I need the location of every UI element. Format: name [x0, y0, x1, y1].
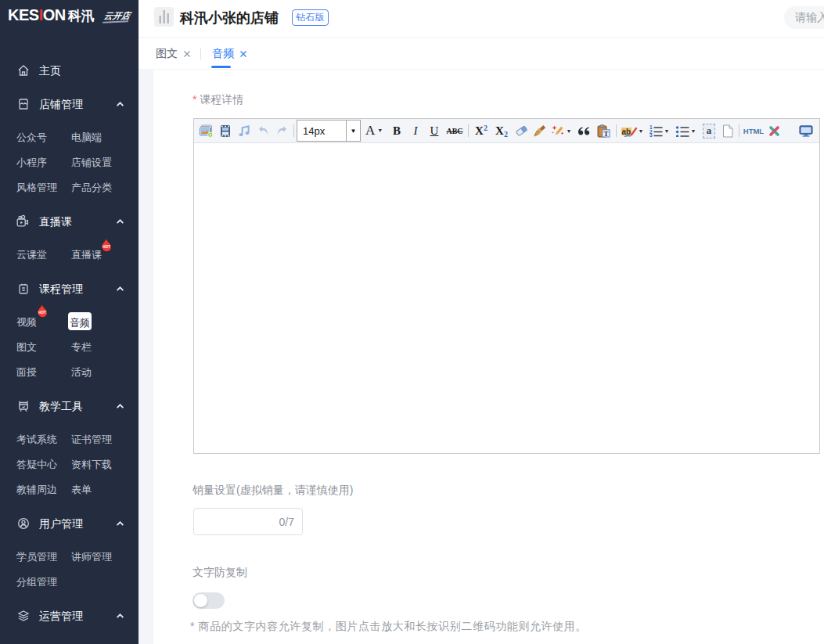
svg-text:T: T [603, 129, 608, 137]
svg-text:3: 3 [649, 132, 653, 137]
svg-text:ab: ab [621, 127, 631, 135]
svg-text:HOT: HOT [103, 245, 110, 249]
svg-text:HOT: HOT [38, 311, 46, 315]
